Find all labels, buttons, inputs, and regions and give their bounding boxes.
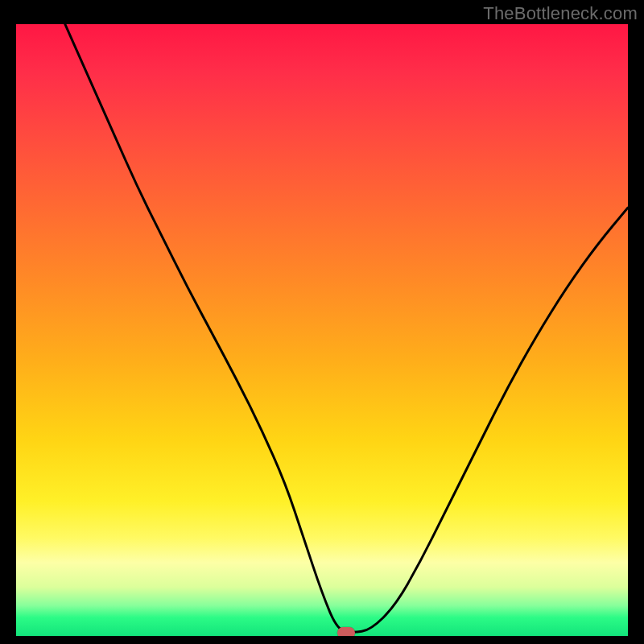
watermark-text: TheBottleneck.com [483,3,638,24]
chart-frame: TheBottleneck.com [0,0,644,644]
plot-area [16,24,628,636]
bottleneck-curve [16,24,628,636]
minimum-marker [337,627,355,636]
